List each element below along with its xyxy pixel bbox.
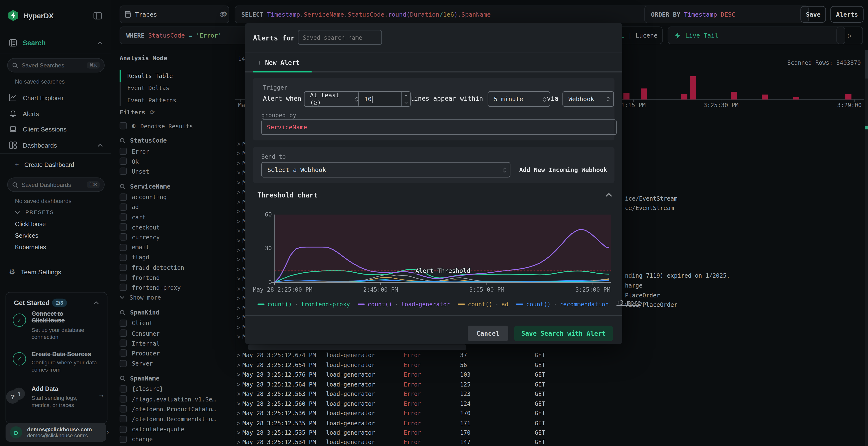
sql-select-input[interactable]: SELECT Timestamp,ServiceName,StatusCode,… <box>235 5 653 23</box>
checkbox[interactable] <box>120 148 127 155</box>
table-row-occluded[interactable]: >M <box>235 197 246 207</box>
row-expand-chevron-icon[interactable]: > <box>237 429 241 436</box>
preset-clickhouse[interactable]: ClickHouse <box>15 220 46 227</box>
filter-option[interactable]: /oteldemo.ProductCatalo… <box>120 405 230 413</box>
row-expand-chevron-icon[interactable]: > <box>237 256 241 263</box>
row-expand-chevron-icon[interactable]: > <box>237 169 241 176</box>
row-expand-chevron-icon[interactable]: > <box>237 333 241 340</box>
checkbox[interactable] <box>120 330 127 337</box>
grouped-by-input[interactable]: ServiceName <box>261 119 617 135</box>
preset-services[interactable]: Services <box>15 232 38 239</box>
table-row-occluded[interactable]: >M <box>235 207 246 216</box>
chevron-up-icon[interactable] <box>94 301 99 305</box>
checkbox[interactable] <box>120 274 127 281</box>
filter-option[interactable]: {closure} <box>120 385 230 392</box>
language-lucene[interactable]: Lucene <box>636 32 657 39</box>
checkbox[interactable] <box>120 224 127 231</box>
filter-option[interactable]: Ok <box>120 158 230 165</box>
table-row-occluded[interactable]: >M <box>235 178 246 187</box>
checkbox[interactable] <box>120 405 127 413</box>
gs-step-title[interactable]: Create Data Sources <box>32 351 106 357</box>
table-row[interactable]: >May 28 3:25:12.674 PMload-generatorErro… <box>235 351 865 361</box>
table-row[interactable]: >May 28 3:25:12.563 PMload-generatorErro… <box>235 389 865 399</box>
table-row[interactable]: >May 28 3:25:12.535 PMload-generatorErro… <box>235 418 865 428</box>
analysis-mode-event-deltas[interactable]: Event Deltas <box>121 82 226 94</box>
show-more-button[interactable]: Show more <box>120 294 161 301</box>
filter-option[interactable]: accounting <box>120 194 230 201</box>
webhook-select[interactable]: Select a Webhook <box>261 162 510 177</box>
filter-option[interactable]: Error <box>120 148 230 155</box>
filter-option[interactable]: Server <box>120 360 230 367</box>
analysis-mode-event-patterns[interactable]: Event Patterns <box>121 94 226 106</box>
checkbox[interactable] <box>120 284 127 291</box>
checkbox[interactable] <box>120 396 127 403</box>
checkbox[interactable] <box>120 253 127 261</box>
row-expand-chevron-icon[interactable]: > <box>237 381 241 387</box>
table-row[interactable]: >May 28 3:25:12.576 PMload-generatorErro… <box>235 370 865 380</box>
arrow-right-icon[interactable]: → <box>98 391 105 399</box>
sidebar-item-dashboards[interactable]: Dashboards <box>9 141 103 149</box>
filter-option[interactable]: cart <box>120 213 230 220</box>
checkbox[interactable] <box>120 264 127 271</box>
user-menu[interactable]: D demos@clickhouse.com demos@clickhouse.… <box>5 423 106 442</box>
filter-option[interactable]: /oteldemo.Recommendatio… <box>120 415 230 423</box>
checkbox[interactable] <box>120 436 127 443</box>
analysis-mode-results-table[interactable]: Results Table <box>121 70 226 82</box>
saved-search-name-input[interactable] <box>298 30 382 45</box>
refresh-icon[interactable]: ⟳ <box>150 109 155 116</box>
table-row[interactable]: >May 28 3:25:12.536 PMload-generatorErro… <box>235 409 865 418</box>
filter-option[interactable]: frontend-proxy <box>120 284 230 291</box>
help-button[interactable]: ? <box>6 390 19 404</box>
filter-option[interactable]: Producer <box>120 350 230 357</box>
table-row-occluded[interactable]: >M <box>235 168 246 178</box>
row-expand-chevron-icon[interactable]: > <box>237 390 241 397</box>
filter-option[interactable]: change <box>120 436 230 443</box>
checkbox[interactable] <box>120 244 127 251</box>
checkbox[interactable] <box>120 234 127 241</box>
checkbox[interactable] <box>120 350 127 357</box>
row-expand-chevron-icon[interactable]: > <box>237 199 241 205</box>
hscrollbar-thumb[interactable] <box>248 344 466 350</box>
source-settings-gear-icon[interactable]: ⚙ <box>221 10 227 18</box>
row-expand-chevron-icon[interactable]: > <box>237 227 241 234</box>
table-row-occluded[interactable]: >M <box>235 187 246 197</box>
filter-option[interactable]: Client <box>120 319 230 327</box>
collapse-chart-icon[interactable] <box>606 193 613 197</box>
sidebar-item-search[interactable]: Search <box>9 39 103 47</box>
checkbox[interactable] <box>120 385 127 392</box>
row-expand-chevron-icon[interactable]: > <box>237 419 241 426</box>
table-row-occluded[interactable]: >M <box>235 159 246 168</box>
source-select[interactable]: Traces <box>120 5 229 23</box>
row-expand-chevron-icon[interactable]: > <box>237 285 241 292</box>
checkbox[interactable] <box>120 213 127 220</box>
table-row[interactable]: >May 28 3:25:12.564 PMload-generatorErro… <box>235 380 865 389</box>
filter-option[interactable]: calculate-quote <box>120 425 230 433</box>
table-row-occluded[interactable]: >M <box>235 216 246 226</box>
filter-option[interactable]: frontend <box>120 274 230 281</box>
table-row-occluded[interactable]: >M <box>235 255 246 265</box>
table-row[interactable]: >May 28 3:25:12.535 PMload-generatorErro… <box>235 428 865 438</box>
window-select[interactable]: 5 minute <box>488 91 550 107</box>
filter-option[interactable]: currency <box>120 234 230 241</box>
checkbox[interactable] <box>120 360 127 367</box>
vscrollbar[interactable] <box>864 50 868 446</box>
table-row-occluded[interactable]: >M <box>235 323 246 332</box>
row-expand-chevron-icon[interactable]: > <box>237 266 241 273</box>
denoise-filter[interactable]: ◐ Denoise Results <box>120 122 193 129</box>
preset-kubernetes[interactable]: Kubernetes <box>15 244 46 251</box>
gs-step-title[interactable]: Add Data <box>32 385 58 392</box>
table-row[interactable]: >May 28 3:25:12.534 PMload-generatorErro… <box>235 438 865 446</box>
vscrollbar-thumb[interactable] <box>864 50 868 78</box>
row-expand-chevron-icon[interactable]: > <box>237 150 241 157</box>
table-row-occluded[interactable]: >M <box>235 313 246 323</box>
checkbox[interactable] <box>120 168 127 175</box>
row-expand-chevron-icon[interactable]: > <box>237 160 241 166</box>
filter-option[interactable]: ad <box>120 203 230 210</box>
threshold-count-input[interactable]: 10 <box>358 91 411 107</box>
table-row-occluded[interactable]: >M <box>235 284 246 294</box>
legend-item[interactable]: count()·frontend-proxy <box>257 301 350 308</box>
table-row-occluded[interactable]: >M <box>235 303 246 313</box>
row-expand-chevron-icon[interactable]: > <box>237 304 241 311</box>
gs-step-title[interactable]: Connect to ClickHouse <box>32 310 98 323</box>
table-row-occluded[interactable]: >M <box>235 226 246 236</box>
